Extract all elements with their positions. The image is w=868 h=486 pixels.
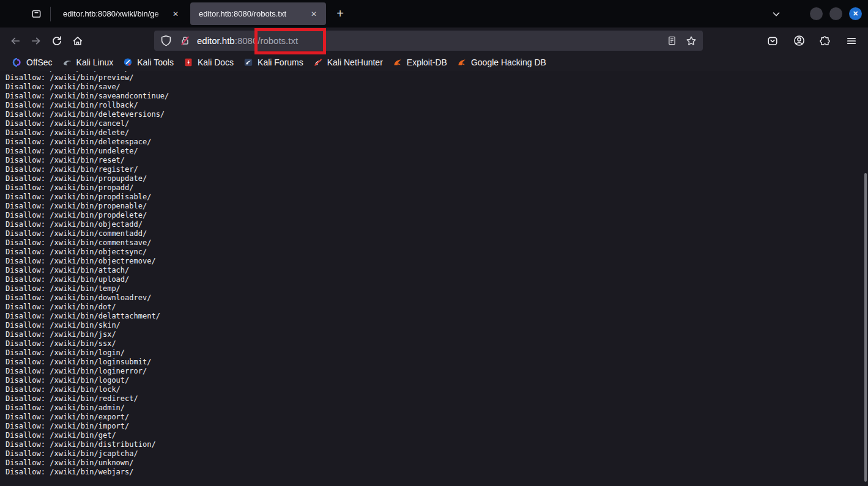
robots-line: Disallow: /xwiki/bin/deletespace/ [6,138,169,147]
home-icon [72,35,83,46]
robots-line: Disallow: /xwiki/bin/deleteversions/ [6,110,169,119]
forward-button[interactable] [26,31,46,51]
robots-line: Disallow: /xwiki/bin/saveandcontinue/ [6,92,169,101]
urlbar-page-actions [667,35,697,46]
ghdb-icon [457,57,467,67]
reader-view-icon[interactable] [667,35,677,46]
kali-docs-icon [184,57,193,67]
url-text: editor.htb:8080/robots.txt [197,35,298,46]
back-button[interactable] [5,31,26,51]
insecure-lock-icon [179,35,191,46]
robots-line: Disallow: /xwiki/bin/lock/ [6,385,169,394]
firefox-view-icon [31,9,42,19]
robots-line: Disallow: /xwiki/bin/propadd/ [6,183,169,193]
chevron-down-icon [771,9,781,19]
robots-line: Disallow: /xwiki/bin/undelete/ [6,147,169,156]
bookmark-exploit-db[interactable]: Exploit-DB [388,56,452,68]
close-tab-icon[interactable]: ✕ [308,8,320,20]
bookmark-kali-nethunter[interactable]: Kali NetHunter [308,56,388,68]
kali-tools-icon [123,57,133,67]
bookmark-label: OffSec [26,57,53,67]
toolbar-right-buttons [763,32,861,50]
robots-line: Disallow: /xwiki/bin/jsx/ [6,330,169,339]
back-arrow-icon [10,35,21,46]
browser-window: editor.htb:8080/xwiki/bin/ge ✕ editor.ht… [0,0,868,486]
tab-title: editor.htb:8080/xwiki/bin/ge [63,9,166,18]
robots-line: Disallow: /xwiki/bin/propdelete/ [6,211,169,220]
firefox-view-button[interactable] [26,4,46,24]
robots-line: Disallow: /xwiki/bin/temp/ [6,284,169,293]
bookmarks-toolbar: OffSec Kali Linux Kali Tools Kali Docs [0,54,868,71]
tab-title: editor.htb:8080/robots.txt [199,9,304,18]
bookmark-label: Kali Docs [198,57,234,67]
reload-button[interactable] [46,31,67,51]
robots-txt-text: Disallow: /xwiki/bin/inline/Disallow: /x… [6,71,169,477]
robots-line: Disallow: /xwiki/bin/delete/ [6,128,169,138]
tab-separator [50,7,51,21]
robots-line: Disallow: /xwiki/bin/delattachment/ [6,312,169,321]
robots-line: Disallow: /xwiki/bin/distribution/ [6,440,169,449]
robots-line: Disallow: /xwiki/bin/upload/ [6,275,169,284]
minimize-button[interactable] [810,7,823,20]
exploit-db-icon [393,57,402,67]
reload-icon [51,35,62,46]
robots-line: Disallow: /xwiki/bin/dot/ [6,303,169,312]
robots-line: Disallow: /xwiki/bin/unknown/ [6,458,169,468]
bookmark-star-icon[interactable] [686,35,697,46]
tracking-shield-icon [160,35,172,46]
account-icon [793,35,805,46]
robots-line: Disallow: /xwiki/bin/objectremove/ [6,257,169,266]
list-all-tabs-button[interactable] [767,5,785,23]
extensions-button[interactable] [816,32,834,50]
bookmark-label: Google Hacking DB [471,57,546,67]
url-path: :8080/robots.txt [235,35,298,46]
robots-line: Disallow: /xwiki/bin/cancel/ [6,119,169,128]
robots-line: Disallow: /xwiki/bin/loginsubmit/ [6,358,169,367]
robots-line: Disallow: /xwiki/bin/register/ [6,165,169,174]
robots-line: Disallow: /xwiki/bin/logout/ [6,376,169,385]
tab-xwiki[interactable]: editor.htb:8080/xwiki/bin/ge ✕ [54,2,188,25]
account-button[interactable] [790,32,808,50]
window-controls: ✕ [810,7,862,20]
robots-line: Disallow: /xwiki/bin/redirect/ [6,394,169,403]
kali-nethunter-icon [313,57,323,67]
kali-forums-icon [243,57,253,67]
url-bar[interactable]: editor.htb:8080/robots.txt [154,31,703,51]
robots-line: Disallow: /xwiki/bin/webjars/ [6,468,169,477]
robots-line: Disallow: /xwiki/bin/commentsave/ [6,238,169,248]
new-tab-button[interactable]: + [331,5,349,23]
robots-line: Disallow: /xwiki/bin/ssx/ [6,339,169,348]
bookmark-label: Kali Forums [258,57,303,67]
vertical-scrollbar[interactable] [864,173,867,482]
close-window-button[interactable]: ✕ [849,7,862,20]
bookmark-label: Kali NetHunter [327,57,383,67]
bookmark-label: Kali Tools [137,57,174,67]
page-content: Disallow: /xwiki/bin/inline/Disallow: /x… [0,71,868,486]
robots-line: Disallow: /xwiki/bin/preview/ [6,73,169,83]
robots-line: Disallow: /xwiki/bin/objectadd/ [6,220,169,229]
bookmark-kali-tools[interactable]: Kali Tools [118,56,179,68]
pocket-icon [767,35,778,46]
bookmark-label: Kali Linux [76,57,114,67]
robots-line: Disallow: /xwiki/bin/skin/ [6,321,169,330]
maximize-button[interactable] [829,7,842,20]
pocket-button[interactable] [763,32,782,50]
robots-line: Disallow: /xwiki/bin/downloadrev/ [6,293,169,303]
bookmark-kali-docs[interactable]: Kali Docs [179,56,239,68]
tab-bar: editor.htb:8080/xwiki/bin/ge ✕ editor.ht… [0,0,868,28]
menu-button[interactable] [842,32,861,50]
robots-line: Disallow: /xwiki/bin/import/ [6,422,169,431]
bookmark-kali-linux[interactable]: Kali Linux [57,56,119,68]
robots-line: Disallow: /xwiki/bin/propupdate/ [6,174,169,183]
bookmark-offsec[interactable]: OffSec [7,56,57,68]
robots-line: Disallow: /xwiki/bin/rollback/ [6,101,169,110]
close-tab-icon[interactable]: ✕ [169,8,182,20]
robots-line: Disallow: /xwiki/bin/admin/ [6,403,169,413]
robots-line: Disallow: /xwiki/bin/jcaptcha/ [6,449,169,458]
bookmark-google-hacking-db[interactable]: Google Hacking DB [452,56,551,68]
robots-line: Disallow: /xwiki/bin/commentadd/ [6,229,169,238]
bookmark-kali-forums[interactable]: Kali Forums [239,56,308,68]
tab-robots-txt[interactable]: editor.htb:8080/robots.txt ✕ [190,2,326,25]
home-button[interactable] [67,31,88,51]
robots-line: Disallow: /xwiki/bin/propdisable/ [6,193,169,202]
